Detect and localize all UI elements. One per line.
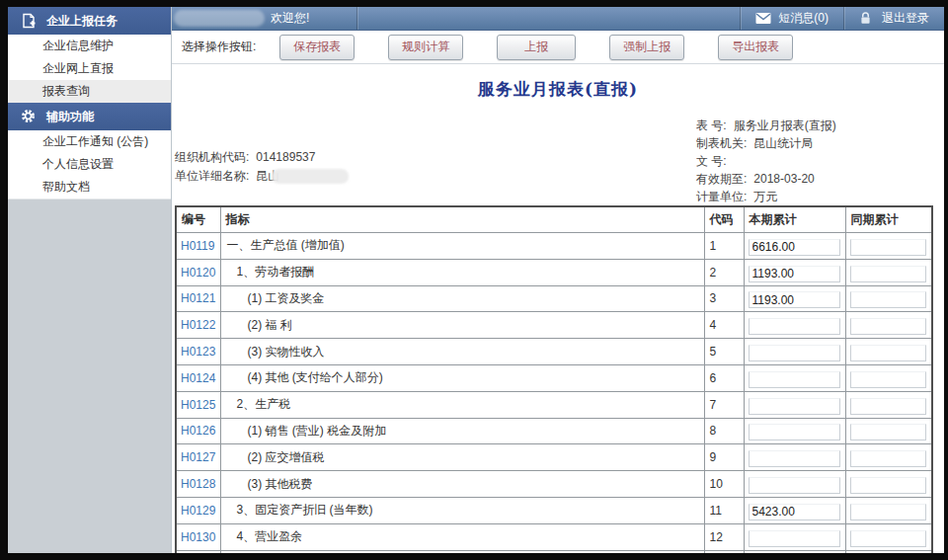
sidebar-item[interactable]: 企业信息维护 <box>8 35 171 57</box>
current-period-input[interactable] <box>749 530 840 547</box>
table-row: H0126(1) 销售 (营业) 税金及附加8 <box>176 418 932 444</box>
indicator-label: (1) 营业利润 <box>220 550 704 553</box>
row-seq: 3 <box>704 285 744 312</box>
row-code-link[interactable]: H0124 <box>181 371 215 385</box>
row-code-link[interactable]: H0121 <box>181 291 215 305</box>
redacted-value <box>272 169 349 184</box>
topbar-actions: 短消息(0) 退出登录 <box>740 7 944 30</box>
table-row: H0123(3) 实物性收入5 <box>176 339 932 365</box>
meta-line: 有效期至:2018-03-20 <box>696 170 836 188</box>
same-period-input[interactable] <box>850 477 927 494</box>
report-title: 服务业月报表(直报) <box>172 78 944 101</box>
table-row: H0124(4) 其他 (支付给个人部分)6 <box>176 364 932 391</box>
table-row: H0122(2) 福 利4 <box>176 312 932 339</box>
same-period-input[interactable] <box>850 424 927 440</box>
sidebar-section-header-1[interactable]: 辅助功能 <box>8 103 171 130</box>
same-period-input[interactable] <box>850 239 927 256</box>
toolbar-button-1[interactable]: 规则计算 <box>388 35 463 60</box>
row-code-link[interactable]: H0126 <box>181 424 215 438</box>
current-period-input[interactable] <box>749 318 840 335</box>
meta-line: 单位详细名称:昆山 <box>175 167 349 186</box>
row-seq: 7 <box>704 391 744 418</box>
sidebar-item[interactable]: 企业工作通知 (公告) <box>8 130 171 153</box>
meta-label: 有效期至: <box>696 170 747 188</box>
row-code-link[interactable]: H0119 <box>181 239 214 253</box>
same-period-input[interactable] <box>850 398 927 415</box>
sidebar-item[interactable]: 企业网上直报 <box>8 57 171 80</box>
same-period-input[interactable] <box>850 291 927 308</box>
sidebar: 企业上报任务企业信息维护企业网上直报报表查询辅助功能企业工作通知 (公告)个人信… <box>8 7 172 553</box>
sidebar-sections: 企业上报任务企业信息维护企业网上直报报表查询辅助功能企业工作通知 (公告)个人信… <box>8 7 171 199</box>
row-code-link[interactable]: H0125 <box>181 398 215 412</box>
logout-button[interactable]: 退出登录 <box>844 7 944 30</box>
row-code-link[interactable]: H0120 <box>181 266 215 280</box>
same-period-input[interactable] <box>850 371 927 388</box>
indicator-label: 2、生产税 <box>220 391 704 418</box>
column-header: 同期累计 <box>845 206 932 233</box>
sidebar-filler <box>8 199 171 553</box>
current-period-input[interactable] <box>749 398 840 415</box>
current-period-input[interactable] <box>749 291 840 308</box>
topbar: 欢迎您! 短消息(0) 退出登录 <box>172 7 944 31</box>
meta-value: 2018-03-20 <box>753 170 814 188</box>
sidebar-item[interactable]: 个人信息设置 <box>8 153 171 176</box>
messages-button[interactable]: 短消息(0) <box>741 7 843 30</box>
toolbar-buttons: 保存报表规则计算上报强制上报导出报表 <box>279 35 793 60</box>
sidebar-item[interactable]: 报表查询 <box>8 80 171 103</box>
indicator-label: (2) 福 利 <box>220 312 704 339</box>
toolbar-button-0[interactable]: 保存报表 <box>279 35 355 60</box>
indicator-label: 4、营业盈余 <box>220 523 704 550</box>
report-meta-right: 表 号:服务业月报表(直报)制表机关:昆山统计局文 号:有效期至:2018-03… <box>696 117 836 205</box>
same-period-input[interactable] <box>850 530 927 547</box>
toolbar-button-4[interactable]: 导出报表 <box>718 35 793 60</box>
logout-label: 退出登录 <box>882 10 929 27</box>
row-code-link[interactable]: H0130 <box>181 530 215 544</box>
row-code-link[interactable]: H0129 <box>181 504 215 518</box>
current-period-input[interactable] <box>749 424 840 440</box>
row-code-link[interactable]: H0122 <box>181 318 215 332</box>
current-period-input[interactable] <box>749 239 840 256</box>
current-period-input[interactable] <box>749 345 840 361</box>
current-period-input[interactable] <box>749 266 840 282</box>
row-seq: 12 <box>704 523 744 550</box>
meta-line: 计量单位:万元 <box>696 188 836 205</box>
column-header: 指标 <box>220 206 704 233</box>
sidebar-item[interactable]: 帮助文档 <box>8 176 171 199</box>
row-seq: 13 <box>704 550 744 553</box>
report-table: 编号指标代码本期累计同期累计 H0119一、生产总值 (增加值)1H01201、… <box>175 205 933 553</box>
table-header-row: 编号指标代码本期累计同期累计 <box>176 206 932 233</box>
row-seq: 1 <box>704 233 744 260</box>
column-header: 代码 <box>704 206 744 233</box>
meta-label: 计量单位: <box>696 188 747 205</box>
indicator-label: (1) 工资及奖金 <box>220 285 704 312</box>
current-period-input[interactable] <box>749 371 840 388</box>
app-window: 企业上报任务企业信息维护企业网上直报报表查询辅助功能企业工作通知 (公告)个人信… <box>8 7 944 553</box>
current-period-input[interactable] <box>749 477 840 494</box>
meta-value: 万元 <box>753 188 777 205</box>
meta-label: 单位详细名称: <box>175 167 249 186</box>
sidebar-section-header-0[interactable]: 企业上报任务 <box>8 7 171 35</box>
same-period-input[interactable] <box>850 450 927 467</box>
same-period-input[interactable] <box>850 266 927 282</box>
current-period-input[interactable] <box>749 504 840 520</box>
table-row: H01293、固定资产折旧 (当年数)11 <box>176 497 932 523</box>
username-redacted <box>174 10 265 27</box>
row-seq: 9 <box>704 444 744 471</box>
toolbar-button-3[interactable]: 强制上报 <box>609 35 684 60</box>
same-period-input[interactable] <box>850 318 927 335</box>
current-period-input[interactable] <box>749 450 840 467</box>
same-period-input[interactable] <box>850 504 927 520</box>
row-seq: 2 <box>704 259 744 285</box>
file-plus-icon <box>21 13 37 29</box>
row-seq: 4 <box>704 312 744 339</box>
row-code-link[interactable]: H0127 <box>181 450 215 464</box>
row-seq: 6 <box>704 364 744 391</box>
row-seq: 11 <box>704 497 744 523</box>
table-row: H01304、营业盈余12 <box>176 523 932 550</box>
meta-value: 昆山统计局 <box>753 134 813 152</box>
toolbar-button-2[interactable]: 上报 <box>497 35 576 60</box>
row-code-link[interactable]: H0128 <box>181 477 215 491</box>
same-period-input[interactable] <box>850 345 927 361</box>
row-code-link[interactable]: H0123 <box>181 345 215 359</box>
lock-icon <box>859 12 875 25</box>
